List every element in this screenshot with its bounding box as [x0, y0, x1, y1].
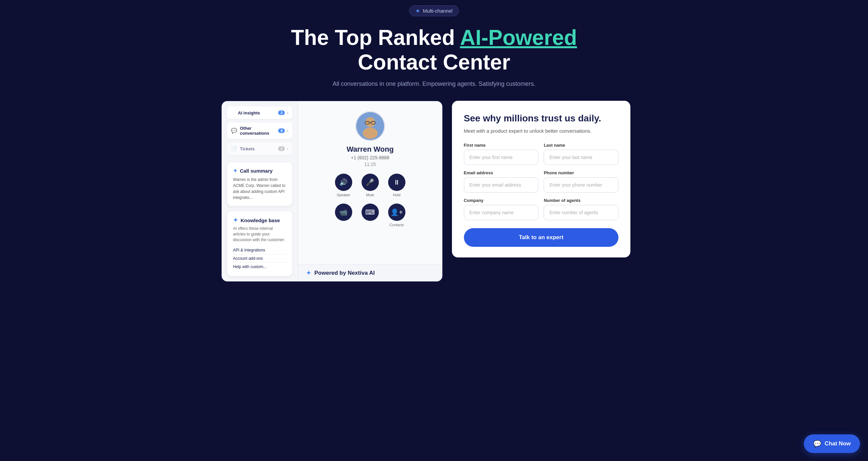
sparkle-icon: ✦ [231, 110, 235, 116]
speaker-label: Speaker [337, 193, 350, 197]
svg-point-2 [363, 128, 377, 139]
star-icon: ★ [415, 8, 420, 14]
chat-now-button[interactable]: 💬 Chat Now [804, 434, 860, 453]
kb-ai-icon: ✦ [233, 217, 238, 224]
first-name-group: First name [464, 143, 539, 165]
hero-subtitle: All conversations in one platform. Empow… [7, 81, 861, 87]
chat-icon: 💬 [231, 128, 237, 134]
contacts-icon: 👤+ [388, 204, 405, 221]
sidebar-item-ai-insights[interactable]: ✦ AI insights 2 › [227, 107, 292, 119]
hold-label: Hold [393, 193, 400, 197]
hero-title-part1: The Top Ranked [291, 26, 460, 50]
other-conv-badge: 9 [278, 128, 285, 133]
last-name-group: Last name [544, 143, 618, 165]
ui-mockup: ✦ AI insights 2 › 💬 Other conversations [221, 101, 443, 281]
call-time: 11:25 [364, 162, 376, 167]
email-input[interactable] [464, 177, 539, 193]
kb-link-2[interactable]: Account add-ons [233, 255, 286, 263]
multichannel-badge: ★ Multi-channel [409, 5, 459, 16]
ai-sparkle-icon: ✦ [233, 168, 237, 174]
video-icon: 📹 [335, 204, 352, 221]
hero-title: The Top Ranked AI-Powered Contact Center [7, 26, 861, 75]
hero-title-part2: Contact Center [358, 50, 510, 74]
form-subtitle: Meet with a product expert to unlock bet… [464, 127, 619, 135]
form-row-company: Company Number of agents [464, 198, 619, 220]
mute-icon: 🎤 [362, 174, 379, 191]
form-row-contact: Email address Phone number [464, 170, 619, 193]
chat-bubble-icon: 💬 [813, 440, 822, 448]
company-input[interactable] [464, 205, 539, 220]
call-summary-title: Call summary [240, 168, 273, 174]
talk-to-expert-button[interactable]: Talk to an expert [464, 228, 619, 247]
last-name-input[interactable] [544, 150, 618, 165]
tickets-label: Tickets [240, 146, 255, 151]
kb-link-1[interactable]: API & Integrations [233, 246, 286, 255]
hold-control[interactable]: ⏸ Hold [388, 174, 405, 197]
caller-phone: +1 (602) 225-8888 [351, 155, 390, 160]
hero-title-accent: AI-Powered [460, 26, 577, 50]
call-controls-row2: 📹 ⌨ 👤+ Contacts [335, 204, 405, 227]
company-group: Company [464, 198, 539, 220]
email-group: Email address [464, 170, 539, 193]
mute-label: Mute [366, 193, 374, 197]
keypad-icon: ⌨ [362, 204, 379, 221]
top-badge-container: ★ Multi-channel [0, 0, 868, 19]
chevron-right-icon: › [287, 146, 288, 151]
kb-subtitle: AI offers these internal articles to gui… [233, 226, 286, 242]
phone-label: Phone number [544, 170, 618, 175]
talk-btn-label: Talk to an expert [519, 234, 563, 240]
caller-name: Warren Wong [347, 145, 394, 154]
chevron-right-icon: › [287, 128, 288, 134]
contacts-control[interactable]: 👤+ Contacts [388, 204, 405, 227]
email-label: Email address [464, 170, 539, 175]
form-row-name: First name Last name [464, 143, 619, 165]
ai-insights-label: AI insights [238, 110, 260, 115]
contacts-label: Contacts [390, 223, 404, 227]
agents-input[interactable] [544, 205, 618, 220]
speaker-control[interactable]: 🔊 Speaker [335, 174, 352, 197]
caller-avatar [355, 111, 385, 141]
call-panel: Warren Wong +1 (602) 225-8888 11:25 🔊 Sp… [298, 101, 442, 281]
powered-by-bar: ✦ Powered by Nextiva AI [298, 264, 442, 281]
agents-label: Number of agents [544, 198, 618, 203]
phone-group: Phone number [544, 170, 618, 193]
sidebar-item-other-conversations[interactable]: 💬 Other conversations 9 › [227, 122, 292, 139]
kb-title: Knowledge base [241, 218, 280, 223]
knowledge-base-card: ✦ Knowledge base AI offers these interna… [227, 211, 292, 276]
main-content: ✦ AI insights 2 › 💬 Other conversations [202, 101, 666, 295]
agents-group: Number of agents [544, 198, 618, 220]
kb-link-3[interactable]: Help with custom... [233, 263, 286, 271]
powered-by-label: Powered by Nextiva AI [314, 270, 375, 277]
keypad-control[interactable]: ⌨ [362, 204, 379, 227]
video-control[interactable]: 📹 [335, 204, 352, 227]
svg-point-1 [365, 117, 375, 127]
company-label: Company [464, 198, 539, 203]
mockup-sidebar: ✦ AI insights 2 › 💬 Other conversations [222, 101, 298, 281]
sidebar-item-tickets[interactable]: 📄 Tickets 2 › [227, 142, 292, 155]
hold-icon: ⏸ [388, 174, 405, 191]
ticket-icon: 📄 [231, 146, 237, 152]
other-conv-label: Other conversations [240, 126, 278, 136]
powered-ai-icon: ✦ [306, 269, 311, 277]
call-summary-text: Warren is the admin from ACME Corp. Warr… [233, 177, 286, 201]
speaker-icon: 🔊 [335, 174, 352, 191]
chat-now-label: Chat Now [825, 440, 851, 447]
badge-label: Multi-channel [423, 8, 452, 13]
form-panel: See why millions trust us daily. Meet wi… [452, 101, 631, 257]
mute-control[interactable]: 🎤 Mute [362, 174, 379, 197]
call-controls-row1: 🔊 Speaker 🎤 Mute ⏸ Hold [335, 174, 405, 197]
mockup-inner: ✦ AI insights 2 › 💬 Other conversations [222, 101, 442, 281]
ai-insights-badge: 2 [278, 110, 285, 115]
call-summary-card: ✦ Call summary Warren is the admin from … [227, 162, 292, 206]
first-name-label: First name [464, 143, 539, 148]
first-name-input[interactable] [464, 150, 539, 165]
phone-input[interactable] [544, 177, 618, 193]
last-name-label: Last name [544, 143, 618, 148]
hero-section: The Top Ranked AI-Powered Contact Center… [0, 19, 868, 87]
form-title: See why millions trust us daily. [464, 113, 619, 124]
tickets-badge: 2 [278, 146, 285, 151]
chevron-right-icon: › [287, 110, 288, 115]
